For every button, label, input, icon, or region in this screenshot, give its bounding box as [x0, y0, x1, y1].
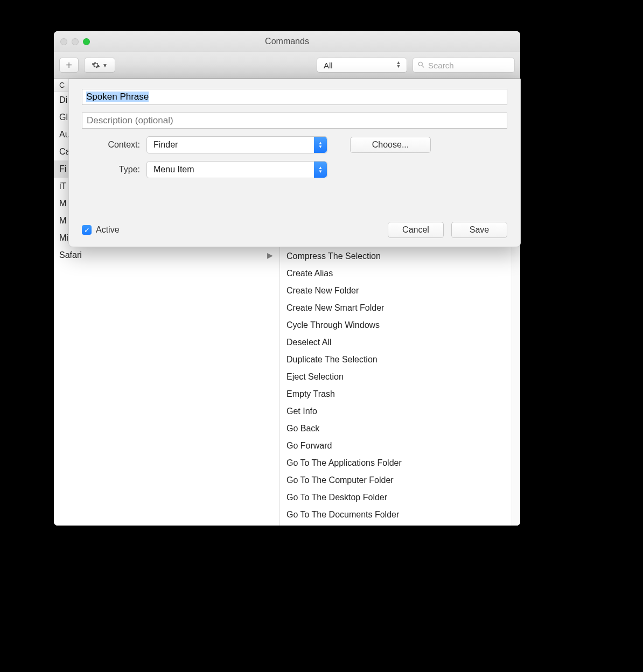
command-item[interactable]: Eject Selection — [280, 368, 520, 386]
svg-line-1 — [422, 65, 424, 67]
command-item[interactable]: Go To The Computer Folder — [280, 472, 520, 489]
command-item[interactable]: Go To The Applications Folder — [280, 454, 520, 472]
context-popup-value: Finder — [153, 140, 178, 150]
context-label: Context: — [82, 140, 140, 150]
app-item-label: Fi — [59, 164, 66, 174]
command-item-label: Create New Smart Folder — [286, 303, 384, 313]
search-placeholder: Search — [428, 61, 454, 70]
command-item-label: Eject Selection — [286, 372, 344, 382]
command-item-label: Empty Trash — [286, 389, 335, 399]
command-item[interactable]: Go Back — [280, 420, 520, 437]
active-label: Active — [96, 225, 120, 235]
command-item[interactable]: Go Forward — [280, 437, 520, 454]
app-item-label: M — [59, 216, 66, 226]
new-command-sheet: Spoken Phrase Context: Finder ▲▼ Choose.… — [68, 79, 521, 247]
command-item[interactable]: Get Info — [280, 403, 520, 420]
window-title: Commands — [54, 37, 520, 46]
titlebar: Commands — [54, 31, 520, 52]
toolbar: + ▼ All ▲▼ Search — [54, 52, 520, 79]
type-popup[interactable]: Menu Item ▲▼ — [146, 161, 327, 178]
spoken-phrase-selected-text: Spoken Phrase — [86, 92, 149, 102]
type-label: Type: — [82, 165, 140, 174]
search-input[interactable]: Search — [413, 58, 515, 73]
search-icon — [417, 61, 425, 70]
command-item-label: Go To The Computer Folder — [286, 475, 394, 485]
command-item-label: Go Forward — [286, 441, 332, 451]
choose-button[interactable]: Choose... — [350, 137, 431, 153]
commands-list: Clear Recent Folders MenuCompress The Se… — [280, 230, 520, 523]
command-item-label: Duplicate The Selection — [286, 355, 378, 365]
command-item-label: Create Alias — [286, 269, 333, 278]
active-checkbox[interactable]: ✓ — [82, 225, 92, 235]
plus-icon: + — [66, 59, 72, 72]
command-item-label: Cycle Through Windows — [286, 320, 380, 330]
command-item-label: Go To The Documents Folder — [286, 510, 399, 520]
app-item-label: Gl — [59, 113, 68, 122]
add-button[interactable]: + — [59, 58, 79, 73]
command-item-label: Compress The Selection — [286, 251, 381, 261]
app-item-label: iT — [59, 181, 66, 191]
command-item[interactable]: Create Alias — [280, 265, 520, 282]
command-item[interactable]: Compress The Selection — [280, 248, 520, 265]
command-item[interactable]: Create New Smart Folder — [280, 299, 520, 317]
app-item-label: Safari — [59, 250, 82, 260]
command-item[interactable]: Duplicate The Selection — [280, 351, 520, 368]
command-item-label: Go To The Desktop Folder — [286, 493, 387, 502]
filter-select-value: All — [324, 61, 333, 70]
command-item[interactable]: Cycle Through Windows — [280, 317, 520, 334]
description-input[interactable] — [82, 113, 507, 129]
context-popup[interactable]: Finder ▲▼ — [146, 136, 327, 153]
app-item-label: Di — [59, 95, 67, 105]
command-item-label: Deselect All — [286, 338, 332, 347]
check-icon: ✓ — [84, 226, 90, 234]
updown-icon: ▲▼ — [395, 61, 402, 69]
command-item[interactable]: Go To The Desktop Folder — [280, 489, 520, 506]
app-item[interactable]: Safari▶ — [54, 247, 279, 264]
command-item-label: Get Info — [286, 407, 317, 416]
updown-icon: ▲▼ — [314, 162, 327, 178]
command-item-label: Go To The Applications Folder — [286, 458, 402, 468]
svg-point-0 — [418, 62, 422, 66]
chevron-right-icon: ▶ — [267, 251, 273, 260]
cancel-button[interactable]: Cancel — [388, 222, 444, 238]
command-item[interactable]: Create New Folder — [280, 282, 520, 299]
app-item-label: M — [59, 199, 66, 208]
command-item-label: Create New Folder — [286, 286, 359, 296]
action-menu-button[interactable]: ▼ — [84, 58, 115, 73]
gear-icon — [92, 61, 100, 69]
command-item[interactable]: Go To The Documents Folder — [280, 506, 520, 523]
updown-icon: ▲▼ — [314, 137, 327, 153]
save-button[interactable]: Save — [451, 222, 507, 238]
filter-select[interactable]: All ▲▼ — [317, 58, 407, 73]
chevron-down-icon: ▼ — [102, 62, 108, 68]
command-item-label: Go Back — [286, 424, 319, 433]
command-item[interactable]: Deselect All — [280, 334, 520, 351]
type-popup-value: Menu Item — [153, 165, 194, 174]
command-item[interactable]: Empty Trash — [280, 386, 520, 403]
